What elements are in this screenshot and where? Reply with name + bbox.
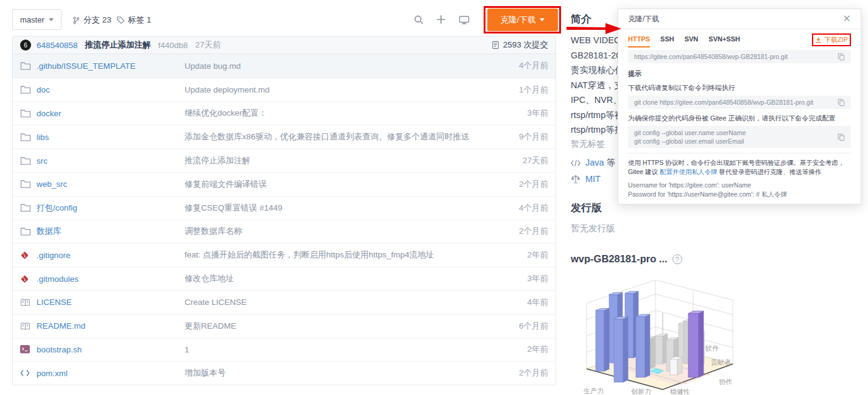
commit-message-link[interactable]: 更新README [185,321,490,332]
download-tip: 下载代码请复制以下命令到终端执行 [628,83,851,93]
project-insight-title: wvp-GB28181-pro ... ? [571,253,682,265]
commit-time: 6个月前 [490,321,548,332]
file-name-link[interactable]: 打包/config [37,203,185,214]
table-row[interactable]: 数据库调整数据库名称2个月前 [13,220,556,243]
file-name-link[interactable]: README.md [37,321,185,330]
commit-message-link[interactable]: 增加版本号 [185,368,490,379]
commit-time: 2年前 [490,250,548,260]
clone-download-dialog: 克隆/下载 ✕ HTTPS SSH SVN SVN+SSH 下载ZIP http… [618,9,861,204]
private-token-link[interactable]: 配置并使用私人令牌 [660,168,718,175]
folder-icon [20,156,32,166]
tab-svn-ssh[interactable]: SVN+SSH [708,35,740,47]
config-command-line2: git config --global user.email userEmail [634,138,744,145]
config-command-field[interactable]: git config --global user.name userName g… [628,126,851,148]
commit-message-link[interactable]: feat: 点播开始后的截图任务，判断启用https后使用https_fmp4流… [185,250,490,260]
table-row[interactable]: bootstrap.sh12年前 [13,338,556,362]
clone-command-value: git clone https://gitee.com/pan648540858… [634,98,813,107]
commit-message-link[interactable]: Update bug.md [185,61,490,71]
tab-https[interactable]: HTTPS [628,35,650,47]
commit-message-link[interactable]: Create LICENSE [185,298,490,307]
commit-time: 9个月前 [490,131,548,142]
file-name-link[interactable]: .gitmodules [37,274,185,284]
commit-message-link[interactable]: 1 [185,345,490,354]
tags-link[interactable]: 标签 1 [116,15,151,26]
branch-selector-label: master [20,15,44,24]
table-row[interactable]: LICENSECreate LICENSE4年前 [13,290,556,314]
branch-selector[interactable]: master [12,9,62,30]
commit-message-link[interactable]: 继续优化docker配置： [185,108,490,119]
branches-link[interactable]: 分支 23 [72,15,111,26]
tab-ssh[interactable]: SSH [660,35,674,47]
search-icon[interactable] [414,15,424,25]
tag-icon [116,16,125,24]
file-name-link[interactable]: doc [37,85,185,94]
clone-url-field[interactable]: https://gitee.com/pan648540858/wvp-GB281… [628,50,851,63]
copy-icon[interactable] [838,53,845,61]
monitor-icon[interactable] [459,15,470,25]
commit-message-link[interactable]: 推流停止添加注解 [185,155,490,166]
clone-url-value: https://gitee.com/pan648540858/wvp-GB281… [634,52,788,61]
copy-icon[interactable] [838,133,845,141]
table-row[interactable]: .gitignorefeat: 点播开始后的截图任务，判断启用https后使用h… [13,243,556,267]
copy-icon[interactable] [838,99,845,107]
clone-download-button[interactable]: 克隆/下载 [487,9,558,31]
table-row[interactable]: docker继续优化docker配置：3年前 [13,102,556,125]
commit-time: 2个月前 [490,226,548,237]
credential-username: Username for 'https://gitee.com': userNa… [628,181,851,190]
file-name-link[interactable]: src [37,156,185,166]
help-icon[interactable]: ? [672,254,682,264]
table-row[interactable]: web_src修复前端文件编译错误2个月前 [13,172,556,196]
branch-icon [72,16,80,25]
table-row[interactable]: pom.xml增加版本号2个月前 [13,361,556,385]
latest-commit-bar: 6 648540858 推流停止添加注解 f440db8 27天前 2593 次… [12,36,556,54]
chart-z-label-1: 软件 [705,344,719,352]
tab-svn[interactable]: SVN [685,35,699,47]
table-row[interactable]: 打包/config修复CSEQ重置错误 #14494个月前 [13,196,556,220]
commit-time: 4年前 [490,297,548,308]
license-link[interactable]: MIT [585,174,601,184]
code-icon [20,369,32,377]
table-row[interactable]: README.md更新README6个月前 [13,314,556,338]
no-tags-label: 暂无标签 [571,139,605,150]
commit-message-link[interactable]: Update deployment.md [185,85,490,94]
chart-x-label-1: 生产力 [584,387,604,394]
file-name-link[interactable]: LICENSE [37,298,185,307]
license-row: MIT [571,174,601,184]
commits-icon [492,41,499,49]
download-icon [815,37,822,43]
table-row[interactable]: .gitmodules修改仓库地址3年前 [13,267,556,290]
table-row[interactable]: .github/ISSUE_TEMPLATEUpdate bug.md4个月前 [13,54,556,78]
book-icon [20,322,32,330]
commit-time: 1个月前 [490,85,548,96]
file-name-link[interactable]: .github/ISSUE_TEMPLATE [37,61,185,71]
file-name-link[interactable]: libs [37,133,185,142]
code-slash-icon [571,159,580,167]
close-icon[interactable]: ✕ [843,14,851,24]
commits-count-link[interactable]: 2593 次提交 [492,40,548,51]
table-row[interactable]: libs添加金仓数据库x86驱动，优化兼容接口通道列表查询。修复多个通道同时推送… [13,125,556,149]
file-name-link[interactable]: docker [37,109,185,118]
language-link[interactable]: Java [585,158,604,167]
tags-label: 标签 1 [128,15,151,26]
file-name-link[interactable]: web_src [37,180,185,189]
plus-icon[interactable] [436,14,446,25]
commit-message-link[interactable]: 推流停止添加注解 [85,40,151,51]
file-name-link[interactable]: .gitignore [37,251,185,260]
clone-command-field[interactable]: git clone https://gitee.com/pan648540858… [628,96,851,109]
contributor-avatar[interactable]: 6 [20,40,31,51]
file-name-link[interactable]: 数据库 [37,226,185,237]
file-name-link[interactable]: pom.xml [37,369,185,378]
commit-message-link[interactable]: 添加金仓数据库x86驱动，优化兼容接口通道列表查询。修复多个通道同时推送 [185,131,490,142]
table-row[interactable]: docUpdate deployment.md1个月前 [13,78,556,102]
table-row[interactable]: src推流停止添加注解27天前 [13,149,556,172]
commit-id-link[interactable]: 648540858 [37,41,78,50]
annotation-box-zip: 下载ZIP [812,33,851,46]
commit-sha: f440db8 [158,41,188,50]
commit-message-link[interactable]: 修复前端文件编译错误 [185,179,490,190]
commit-message-link[interactable]: 修改仓库地址 [185,273,490,284]
file-name-link[interactable]: bootstrap.sh [37,345,185,354]
commit-message-link[interactable]: 调整数据库名称 [185,226,490,237]
commit-message-link[interactable]: 修复CSEQ重置错误 #1449 [185,203,490,214]
download-zip-button[interactable]: 下载ZIP [815,35,848,44]
language-suffix: 等 [607,158,616,167]
